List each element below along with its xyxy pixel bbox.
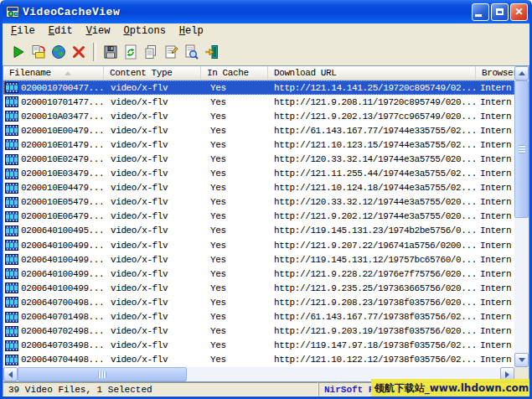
menu-options[interactable]: Options (116, 24, 172, 39)
column-header-content-type[interactable]: Content Type (104, 66, 201, 80)
thumb-grip (519, 145, 525, 153)
scroll-up-button[interactable] (514, 66, 529, 80)
table-row[interactable]: 0200640100499... video/x-flv Yes http://… (3, 281, 514, 295)
cell-in-cache: Yes (201, 97, 268, 107)
menu-edit[interactable]: Edit (42, 24, 80, 39)
column-header-download-url[interactable]: Download URL (268, 66, 476, 80)
arrow-down-icon (519, 358, 525, 362)
column-header-browser[interactable]: Browser (476, 66, 514, 80)
film-icon (5, 82, 18, 93)
film-icon (5, 340, 18, 351)
cell-download-url: http://121.11.255.44/19744e3a5755/02... (268, 168, 476, 179)
table-row[interactable]: 0200640100495... video/x-flv Yes http://… (3, 224, 514, 238)
table-row[interactable]: 0200640703498... video/x-flv Yes http://… (3, 339, 514, 353)
film-icon (5, 154, 18, 165)
film-icon (5, 183, 18, 194)
menu-file[interactable]: File (4, 24, 42, 39)
cell-download-url: http://121.10.124.18/19744e3a5755/02... (268, 183, 476, 193)
cell-browser: Intern (476, 241, 514, 251)
exit-button[interactable] (201, 42, 221, 62)
cell-in-cache: Yes (201, 269, 268, 279)
table-row[interactable]: 0200010A03477... video/x-flv Yes http://… (3, 109, 514, 123)
scroll-down-button[interactable] (514, 353, 529, 367)
copy-button[interactable] (141, 42, 161, 62)
scroll-left-button[interactable] (3, 367, 18, 381)
column-header-in-cache[interactable]: In Cache (201, 66, 268, 80)
table-row[interactable]: 0200010E00479... video/x-flv Yes http://… (3, 123, 514, 137)
film-icon (5, 268, 18, 279)
watermark-site-url: _www.lhdown.com (425, 382, 529, 394)
table-row[interactable]: 0200010E01479... video/x-flv Yes http://… (3, 137, 514, 152)
open-in-browser-button[interactable] (49, 42, 69, 62)
maximize-icon (496, 8, 504, 15)
cell-in-cache: Yes (201, 283, 268, 293)
copy-video-file-button[interactable] (28, 42, 49, 62)
vertical-scroll-thumb[interactable] (514, 80, 529, 218)
save-button[interactable] (101, 42, 121, 62)
table-row[interactable]: 0200010E05479... video/x-flv Yes http://… (3, 195, 514, 210)
cell-filename: 0200640100499... (21, 269, 104, 279)
cell-browser: Intern (476, 312, 514, 322)
cell-filename: 0200640704498... (21, 355, 104, 365)
table-row[interactable]: 0200010701477... video/x-flv Yes http://… (3, 95, 514, 109)
cell-download-url: http://121.14.141.25/19720c895749/02... (268, 83, 476, 93)
cell-in-cache: Yes (201, 140, 268, 150)
cell-filename: 0200640100499... (21, 241, 104, 251)
cell-browser: Intern (476, 355, 514, 365)
play-button[interactable] (8, 42, 28, 62)
table-row[interactable]: 0200010E06479... video/x-flv Yes http://… (3, 210, 514, 224)
film-icon (5, 96, 18, 107)
table-row[interactable]: 0200010E04479... video/x-flv Yes http://… (3, 181, 514, 195)
table-row[interactable]: 0200640700498... video/x-flv Yes http://… (3, 295, 514, 309)
menu-view[interactable]: View (80, 24, 117, 39)
table-row[interactable]: 0200640701498... video/x-flv Yes http://… (3, 310, 514, 324)
cell-browser: Intern (476, 168, 514, 179)
cell-in-cache: Yes (201, 168, 268, 179)
refresh-icon (122, 44, 139, 60)
exit-icon (203, 44, 220, 60)
table-row[interactable]: 0200640100499... video/x-flv Yes http://… (3, 238, 514, 252)
menu-help[interactable]: Help (173, 24, 210, 39)
cell-in-cache: Yes (201, 255, 268, 265)
cell-content-type: video/x-flv (104, 283, 201, 293)
cell-content-type: video/x-flv (104, 355, 201, 365)
refresh-button[interactable] (121, 42, 141, 62)
cell-download-url: http://121.9.208.11/19720c895749/020... (268, 97, 476, 107)
delete-button[interactable] (69, 42, 89, 62)
table-row[interactable]: 0200010E02479... video/x-flv Yes http://… (3, 152, 514, 166)
table-row[interactable]: 0200010E03479... video/x-flv Yes http://… (3, 167, 514, 181)
properties-button[interactable] (161, 42, 181, 62)
close-button[interactable]: ✕ (510, 3, 528, 21)
table-row[interactable]: 0200640100499... video/x-flv Yes http://… (3, 267, 514, 281)
table-row[interactable]: 0200640702498... video/x-flv Yes http://… (3, 324, 514, 339)
cell-content-type: video/x-flv (104, 126, 201, 136)
menubar: File Edit View Options Help (3, 23, 529, 39)
minimize-button[interactable] (472, 3, 489, 21)
cell-filename: 0200010E02479... (21, 154, 104, 164)
cell-content-type: video/x-flv (104, 312, 201, 322)
find-button[interactable] (181, 42, 201, 62)
arrow-right-icon (505, 371, 509, 378)
cell-filename: 0200640100499... (21, 255, 104, 265)
table-row[interactable]: 0200640100499... video/x-flv Yes http://… (3, 252, 514, 267)
horizontal-scroll-thumb[interactable] (18, 367, 187, 381)
column-header-filename[interactable]: Filename (3, 66, 104, 80)
maximize-button[interactable] (491, 3, 509, 21)
cell-download-url: http://121.9.235.25/197363665756/020... (268, 283, 476, 293)
table-row[interactable]: 0200640704498... video/x-flv Yes http://… (3, 353, 514, 367)
table-row[interactable]: 0200010700477... video/x-flv Yes http://… (3, 80, 514, 95)
cell-content-type: video/x-flv (104, 269, 201, 279)
videocacheview-window: VideoCacheView ✕ File Edit View Options … (0, 0, 532, 399)
cell-browser: Intern (476, 283, 514, 293)
cell-content-type: video/x-flv (104, 197, 201, 207)
cell-filename: 0200640100495... (21, 225, 104, 236)
vertical-scrollbar[interactable] (514, 66, 529, 367)
cell-in-cache: Yes (201, 211, 268, 221)
cell-filename: 0200010E04479... (21, 183, 104, 193)
toolbar-separator (93, 43, 96, 61)
cell-content-type: video/x-flv (104, 183, 201, 193)
cell-content-type: video/x-flv (104, 225, 201, 236)
cell-browser: Intern (476, 140, 514, 150)
cell-filename: 0200010E03479... (21, 168, 104, 179)
cell-in-cache: Yes (201, 111, 268, 122)
